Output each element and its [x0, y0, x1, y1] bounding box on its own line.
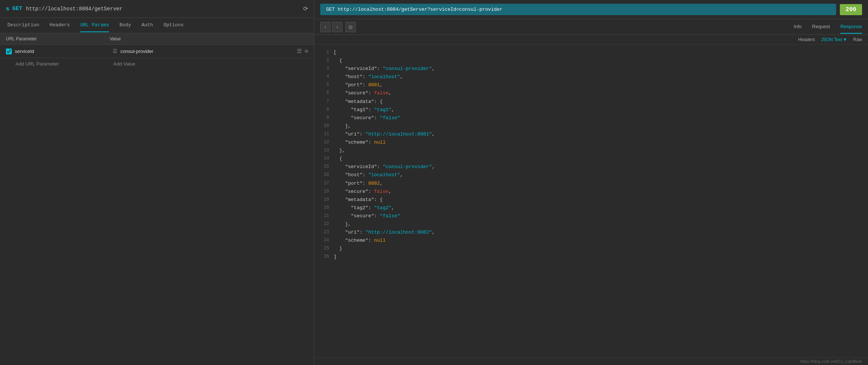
- line-content: "host": "localhost",: [334, 171, 862, 179]
- line-content: "uri": "http://localhost:8081",: [334, 130, 862, 138]
- line-number: 1: [320, 48, 329, 57]
- add-url-parameter-label[interactable]: Add URL Parameter: [16, 61, 110, 67]
- line-content: "scheme": null: [334, 237, 862, 245]
- response-sub-bar: Headers JSON Text ▼ Raw: [314, 35, 868, 45]
- status-badge: 200: [840, 4, 862, 15]
- line-content: "metadata": {: [334, 98, 862, 106]
- line-number: 17: [320, 180, 329, 188]
- forward-button[interactable]: ›: [332, 22, 342, 32]
- json-line: 1[: [320, 48, 862, 57]
- json-line: 14 {: [320, 155, 862, 163]
- json-line: 20 "tag2": "tag2",: [320, 204, 862, 212]
- chevron-down-icon: ▼: [843, 37, 847, 42]
- tab-description[interactable]: Description: [7, 19, 39, 32]
- line-number: 12: [320, 138, 329, 147]
- left-panel: ⇅ GET ⟳ Description Headers URL Params B…: [0, 0, 314, 365]
- json-line: 19 "metadata": {: [320, 196, 862, 204]
- json-line: 16 "host": "localhost",: [320, 171, 862, 179]
- json-line: 8 "tag1": "tag1",: [320, 106, 862, 114]
- resp-tab-request[interactable]: Request: [812, 20, 830, 34]
- tab-headers[interactable]: Headers: [50, 19, 70, 32]
- tab-options[interactable]: Options: [163, 19, 184, 32]
- sub-tab-json[interactable]: JSON Text ▼: [821, 37, 847, 42]
- response-bar: GET http://localhost:8084/getServer?serv…: [314, 0, 868, 19]
- left-content: URL Parameter Value serviceId ☰ consul-p…: [0, 33, 314, 365]
- json-line: 22 },: [320, 220, 862, 228]
- json-line: 4 "host": "localhost",: [320, 73, 862, 81]
- tab-auth[interactable]: Auth: [142, 19, 153, 32]
- json-line: 17 "port": 8082,: [320, 180, 862, 188]
- param-name: serviceId: [15, 48, 110, 54]
- sub-tab-raw[interactable]: Raw: [853, 37, 862, 42]
- method-arrows: ⇅: [6, 5, 9, 12]
- line-number: 6: [320, 89, 329, 97]
- response-tabs-bar: ‹ › ⊙ Info Request Response: [314, 19, 868, 35]
- tab-url-params[interactable]: URL Params: [80, 19, 109, 32]
- line-number: 8: [320, 106, 329, 114]
- resp-tab-info[interactable]: Info: [794, 20, 802, 34]
- line-content: "tag2": "tag2",: [334, 204, 862, 212]
- col-value-header: Value: [110, 36, 308, 41]
- param-menu-icon[interactable]: ☰: [297, 48, 302, 55]
- json-line: 11 "uri": "http://localhost:8081",: [320, 130, 862, 138]
- json-line: 18 "secure": false,: [320, 188, 862, 196]
- line-content: {: [334, 57, 862, 65]
- col-name-header: URL Parameter: [6, 36, 110, 41]
- tab-body[interactable]: Body: [119, 19, 131, 32]
- line-content: },: [334, 122, 862, 130]
- line-number: 15: [320, 163, 329, 171]
- line-content: }: [334, 245, 862, 253]
- line-content: "serviceId": "consul-provider",: [334, 163, 862, 171]
- url-input[interactable]: [26, 6, 299, 12]
- json-line: 9 "secure": "false": [320, 114, 862, 122]
- nav-buttons: ‹ ›: [320, 22, 342, 32]
- response-url: GET http://localhost:8084/getServer?serv…: [320, 4, 836, 15]
- line-number: 23: [320, 228, 329, 237]
- line-content: {: [334, 155, 862, 163]
- line-number: 13: [320, 147, 329, 155]
- line-content: "secure": false,: [334, 188, 862, 196]
- json-line: 21 "secure": "false": [320, 212, 862, 220]
- history-button[interactable]: ⊙: [345, 22, 356, 32]
- json-line: 23 "uri": "http://localhost:8082",: [320, 228, 862, 237]
- line-number: 14: [320, 155, 329, 163]
- line-number: 4: [320, 73, 329, 81]
- main-layout: ⇅ GET ⟳ Description Headers URL Params B…: [0, 0, 868, 365]
- json-line: 6 "secure": false,: [320, 89, 862, 97]
- method-badge: ⇅ GET: [6, 5, 22, 12]
- add-value-label[interactable]: Add Value: [113, 61, 308, 67]
- line-content: "serviceId": "consul-provider",: [334, 65, 862, 73]
- resp-tab-response[interactable]: Response: [840, 20, 862, 34]
- json-line: 3 "serviceId": "consul-provider",: [320, 65, 862, 73]
- tabs-bar: Description Headers URL Params Body Auth…: [0, 18, 314, 33]
- line-number: 18: [320, 188, 329, 196]
- param-actions: ☰ ⊖: [297, 48, 308, 55]
- back-button[interactable]: ‹: [320, 22, 331, 32]
- request-bar: ⇅ GET ⟳: [0, 0, 314, 18]
- line-number: 9: [320, 114, 329, 122]
- sub-tab-headers[interactable]: Headers: [798, 37, 815, 42]
- param-value-text: consul-provider: [120, 48, 294, 54]
- line-content: [: [334, 48, 862, 57]
- line-content: "scheme": null: [334, 138, 862, 147]
- line-number: 16: [320, 171, 329, 179]
- refresh-button[interactable]: ⟳: [303, 5, 308, 12]
- json-line: 2 {: [320, 57, 862, 65]
- json-line: 26]: [320, 253, 862, 261]
- line-content: },: [334, 220, 862, 228]
- param-checkbox[interactable]: [6, 48, 12, 54]
- line-content: "uri": "http://localhost:8082",: [334, 228, 862, 237]
- param-value-cell: ☰ consul-provider ☰ ⊖: [113, 48, 308, 55]
- json-area[interactable]: 1[2 {3 "serviceId": "consul-provider",4 …: [314, 45, 868, 357]
- line-content: },: [334, 147, 862, 155]
- line-number: 2: [320, 57, 329, 65]
- line-number: 20: [320, 204, 329, 212]
- line-number: 7: [320, 98, 329, 106]
- footer-credit: https://blog.csdn.net/Cy_LightBule: [314, 357, 868, 365]
- params-header: URL Parameter Value: [0, 33, 314, 45]
- line-content: "host": "localhost",: [334, 73, 862, 81]
- line-content: "tag1": "tag1",: [334, 106, 862, 114]
- param-remove-icon[interactable]: ⊖: [305, 48, 308, 55]
- line-content: "secure": "false": [334, 212, 862, 220]
- line-content: "secure": "false": [334, 114, 862, 122]
